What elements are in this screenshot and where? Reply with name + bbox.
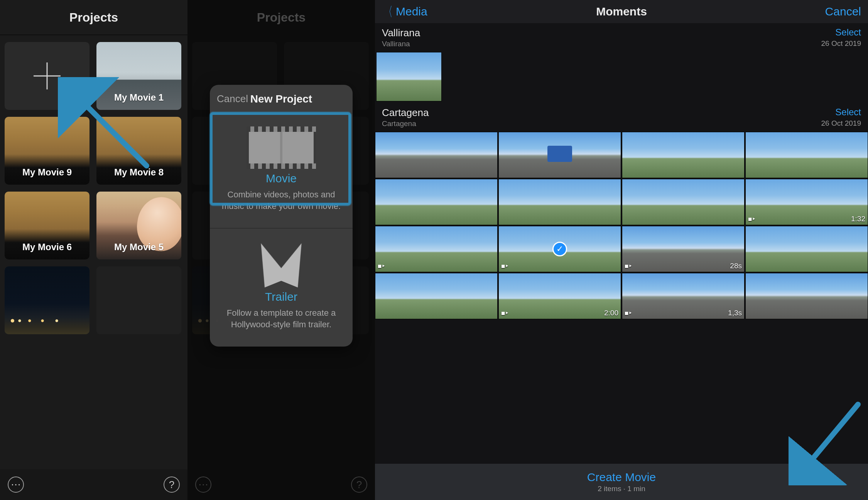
photo-thumb[interactable] (375, 132, 498, 178)
moment-header: Cartagena Cartagena Select 26 Oct 2019 (375, 103, 868, 132)
option-movie-desc: Combine videos, photos and music to make… (218, 189, 344, 212)
option-trailer[interactable]: Trailer Follow a template to create a Ho… (210, 229, 353, 346)
projects-title: Projects (69, 10, 118, 25)
photo-thumb[interactable] (498, 132, 621, 178)
projects-title-dim: Projects (257, 10, 306, 25)
projects-screen: Projects My Movie 1 My Movie 9 My Movie … (0, 0, 187, 500)
moment-date: 26 Oct 2019 (821, 119, 861, 128)
option-movie-title: Movie (218, 172, 344, 185)
projects-header: Projects (0, 0, 187, 35)
project-tile[interactable]: My Movie 5 (96, 192, 181, 259)
selected-check-icon: ✓ (552, 242, 567, 256)
project-tile[interactable]: My Movie 9 (5, 117, 90, 185)
create-movie-bar[interactable]: Create Movie 2 items · 1 min (375, 464, 868, 500)
photo-thumb[interactable] (622, 179, 745, 225)
back-label: Media (396, 5, 427, 18)
projects-grid: My Movie 1 My Movie 9 My Movie 8 My Movi… (0, 35, 187, 334)
photo-thumb[interactable] (498, 179, 621, 225)
new-project-screen: Projects ⋯ ? Cancel New Project (187, 0, 375, 500)
help-button-dim: ? (351, 476, 367, 493)
cancel-button[interactable]: Cancel (825, 5, 861, 18)
more-button[interactable]: ⋯ (8, 476, 24, 493)
help-button[interactable]: ? (164, 476, 180, 493)
sheet-cancel-button[interactable]: Cancel (217, 93, 248, 105)
plus-icon (31, 60, 63, 92)
moment-select-button[interactable]: Select (821, 107, 861, 118)
project-tile[interactable] (96, 266, 181, 334)
photo-thumb[interactable]: ■‣✓ (498, 226, 621, 272)
project-tile-label: My Movie 8 (96, 167, 181, 178)
video-duration: 2:00 (604, 309, 618, 317)
moment-name: Vallirana (382, 27, 420, 39)
project-tile-label: My Movie 5 (96, 242, 181, 253)
chevron-left-icon: 〈 (385, 5, 392, 18)
photo-thumb[interactable] (622, 132, 745, 178)
projects-header-dim: Projects (187, 0, 375, 35)
project-tile-label: My Movie 6 (5, 242, 90, 253)
moment-sub: Cartagena (382, 120, 429, 128)
moment-select-button[interactable]: Select (821, 27, 861, 38)
video-icon: ■‣ (625, 262, 632, 270)
video-duration: 28s (730, 262, 742, 270)
project-tile[interactable] (5, 266, 90, 334)
film-icon (247, 126, 316, 169)
option-movie[interactable]: Movie Combine videos, photos and music t… (210, 113, 353, 229)
create-movie-meta: 2 items · 1 min (598, 485, 645, 493)
create-movie-label: Create Movie (587, 471, 656, 484)
moment-name: Cartagena (382, 107, 429, 119)
project-tile-label: My Movie 1 (96, 92, 181, 103)
project-tile[interactable]: My Movie 6 (5, 192, 90, 259)
project-tile-label: My Movie 9 (5, 167, 90, 178)
video-duration: 1:32 (851, 215, 865, 223)
photo-thumb[interactable]: ■‣28s (622, 226, 745, 272)
video-icon: ■‣ (501, 262, 509, 270)
photo-thumb[interactable] (745, 226, 868, 272)
moments-screen: 〈 Media Moments Cancel Vallirana Vallira… (375, 0, 868, 500)
option-trailer-desc: Follow a template to create a Hollywood-… (218, 307, 344, 330)
photo-thumb[interactable]: ■‣1,3s (622, 273, 745, 319)
back-button[interactable]: 〈 Media (382, 5, 427, 18)
moments-nav: 〈 Media Moments Cancel (375, 0, 868, 23)
option-trailer-title: Trailer (218, 290, 344, 303)
photo-thumb[interactable] (375, 179, 498, 225)
moment-header: Vallirana Vallirana Select 26 Oct 2019 (375, 23, 868, 52)
moment-grid: ■‣1:32■‣■‣✓■‣28s■‣2:00■‣1,3s (375, 132, 868, 319)
sheet-header: Cancel New Project (210, 85, 353, 113)
new-project-sheet: Cancel New Project Movie Combine videos,… (210, 85, 353, 347)
moment-sub: Vallirana (382, 40, 420, 48)
video-icon: ■‣ (625, 309, 632, 317)
moment-photos (375, 52, 868, 103)
video-icon: ■‣ (501, 309, 509, 317)
project-tile[interactable]: My Movie 1 (96, 42, 181, 110)
photo-thumb[interactable] (375, 273, 498, 319)
help-icon: ? (169, 479, 174, 491)
projects-footer: ⋯ ? (0, 469, 187, 500)
project-tile[interactable]: My Movie 8 (96, 117, 181, 185)
photo-thumb[interactable] (376, 52, 442, 101)
video-icon: ■‣ (748, 215, 756, 223)
spotlight-icon (250, 242, 312, 288)
photo-thumb[interactable]: ■‣ (375, 226, 498, 272)
more-icon: ⋯ (11, 479, 21, 491)
photo-thumb[interactable]: ■‣2:00 (498, 273, 621, 319)
video-duration: 1,3s (728, 309, 742, 317)
photo-thumb[interactable] (745, 273, 868, 319)
video-icon: ■‣ (378, 262, 385, 270)
moment-date: 26 Oct 2019 (821, 39, 861, 48)
photo-thumb[interactable]: ■‣1:32 (745, 179, 868, 225)
more-button-dim: ⋯ (195, 476, 211, 493)
new-project-tile[interactable] (5, 42, 90, 110)
moments-title: Moments (596, 5, 647, 18)
photo-thumb[interactable] (745, 132, 868, 178)
